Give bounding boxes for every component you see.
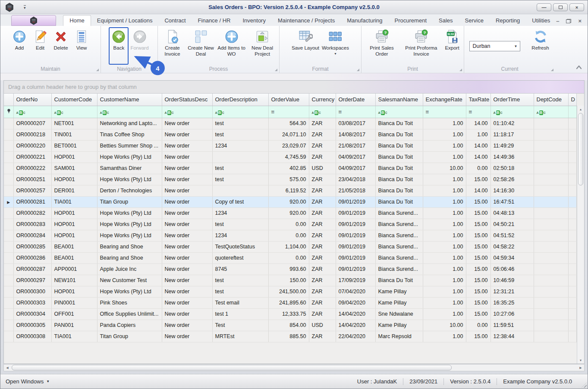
scroll-right-icon[interactable]: ▶ (577, 366, 584, 370)
scroll-up-icon[interactable]: ▲ (577, 106, 584, 113)
table-row-OR0000251[interactable]: OR0000251HOP001Hope Works (Pty) LtdNew o… (4, 174, 577, 185)
vertical-scroll-thumb[interactable] (578, 113, 583, 185)
close-button[interactable]: × (569, 3, 584, 11)
column-header-taxrate[interactable]: TaxRate (466, 94, 491, 106)
filter-pin-icon[interactable] (4, 106, 13, 118)
tab-service[interactable]: Service (459, 16, 490, 26)
print-sales-order-button[interactable]: ?Print Sales Order (363, 27, 400, 65)
filter-cell-currency[interactable]: ABC (309, 106, 336, 118)
column-header-ordervalue[interactable]: OrderValue (268, 94, 309, 106)
tab-procurement[interactable]: Procurement (389, 16, 433, 26)
application-menu-button[interactable] (11, 15, 56, 26)
column-header-customercode[interactable]: CustomerCode (51, 94, 97, 106)
tab-home[interactable]: Home (63, 15, 91, 26)
filter-cell-ordervalue[interactable]: = (268, 106, 309, 118)
table-row-OR0000303[interactable]: OR0000303PIN0001Pink ShoesNew orderTest … (4, 297, 577, 308)
view-button[interactable]: View (72, 27, 91, 65)
column-header-orderdate[interactable]: OrderDate (336, 94, 375, 106)
table-row-OR0000207[interactable]: OR0000207NET001Networking and Lapto...Ne… (4, 118, 577, 129)
filter-cell-d[interactable] (568, 106, 577, 118)
scroll-left-icon[interactable]: ◀ (4, 366, 11, 370)
table-row-OR0000221[interactable]: OR0000221HOP001Hope Works (Pty) LtdNew o… (4, 151, 577, 163)
tab-maintenance-projects[interactable]: Maintenance / Projects (272, 16, 341, 26)
tab-sales[interactable]: Sales (433, 16, 459, 26)
chevron-down-icon[interactable]: ▼ (512, 44, 520, 48)
resize-grip[interactable] (582, 383, 587, 388)
new-deal-project-button[interactable]: New Deal Project (247, 27, 277, 65)
create-invoice-button[interactable]: Create Invoice (160, 27, 185, 65)
dialog-launcher-icon[interactable] (357, 69, 359, 71)
export-button[interactable]: XLSXExport (442, 27, 462, 65)
current-location-select[interactable]: Durban▼ (469, 41, 520, 51)
open-windows-button[interactable]: Open Windows ▼ (6, 378, 50, 385)
column-header-d[interactable]: D (568, 94, 577, 106)
filter-cell-salesmanname[interactable]: ABC (375, 106, 423, 118)
tab-utilities[interactable]: Utilities (526, 16, 556, 26)
column-header-exchangerate[interactable]: ExchangeRate (423, 94, 466, 106)
table-row-OR0000220[interactable]: OR0000220BET0001Betties Summer Shop ...N… (4, 140, 577, 151)
filter-cell-orderdate[interactable]: = (336, 106, 375, 118)
column-header-deptcode[interactable]: DeptCode (534, 94, 568, 106)
dialog-launcher-icon[interactable] (551, 69, 553, 71)
maximize-button[interactable] (553, 3, 568, 11)
quick-access-dropdown-icon[interactable]: ▾ (24, 5, 26, 9)
save-layout-button[interactable]: Save Layout (291, 27, 320, 65)
add-button[interactable]: Add (9, 27, 29, 65)
table-row-OR0000222[interactable]: OR0000222SAM001Samanthas DinerNew ordert… (4, 163, 577, 174)
forward-button[interactable]: Forward (129, 27, 149, 65)
table-row-OR0000300[interactable]: OR0000300HOP001Hope Works (Pty) LtdNew o… (4, 286, 577, 297)
table-row-OR0000287[interactable]: OR0000287APP0001Apple Juice IncNew order… (4, 264, 577, 275)
add-items-to-wo-button[interactable]: Add Items to WO (217, 27, 246, 65)
workspaces-button[interactable]: Workspaces▼ (321, 27, 350, 65)
table-row-OR0000304[interactable]: OR0000304OFF001Office Supplies Unlimit..… (4, 308, 577, 320)
table-row-OR0000286[interactable]: OR0000286BEA001Bearing and ShoeNew order… (4, 252, 577, 264)
tab-contract[interactable]: Contract (158, 16, 192, 26)
filter-cell-ordertime[interactable]: ABC (491, 106, 534, 118)
filter-cell-orderno[interactable]: ABC (13, 106, 51, 118)
horizontal-scroll-thumb[interactable] (12, 365, 452, 370)
column-header-orderstatusdesc[interactable]: OrderStatusDesc (162, 94, 212, 106)
table-row-OR0000218[interactable]: OR0000218TIN001Tinas Coffee ShopNew orde… (4, 129, 577, 140)
filter-cell-customername[interactable]: ABC (97, 106, 162, 118)
column-header-ordertime[interactable]: OrderTime (491, 94, 534, 106)
dialog-launcher-icon[interactable] (275, 69, 277, 71)
column-header-orderno[interactable]: OrderNo (13, 94, 51, 106)
collapse-ribbon-icon[interactable] (575, 64, 582, 69)
group-by-panel[interactable]: Drag a column header here to group by th… (4, 81, 584, 94)
table-row-OR0000282[interactable]: OR0000282HOP001Hope Works (Pty) LtdNew o… (4, 207, 577, 219)
filter-cell-customercode[interactable]: ABC (51, 106, 97, 118)
dialog-launcher-icon[interactable] (96, 69, 99, 71)
table-row-OR0000284[interactable]: OR0000284HOP001Hope Works (Pty) LtdNew o… (4, 230, 577, 241)
tab-reporting[interactable]: Reporting (490, 16, 526, 26)
tab-finance-hr[interactable]: Finance / HR (192, 16, 237, 26)
column-header-customername[interactable]: CustomerName (97, 94, 162, 106)
minimize-button[interactable]: — (537, 3, 551, 11)
print-proforma-invoice-button[interactable]: ?Print Proforma Invoice (401, 27, 441, 65)
table-row-OR0000285[interactable]: OR0000285BEA001Bearing and ShoeNew order… (4, 241, 577, 252)
table-row-OR0000257[interactable]: OR0000257DER001Derton / TechnologiesNew … (4, 185, 577, 196)
tab-manufacturing[interactable]: Manufacturing (341, 16, 388, 26)
refresh-button[interactable]: Refresh (531, 27, 550, 65)
dialog-launcher-icon[interactable] (459, 69, 462, 71)
table-row-OR0000281[interactable]: ▶OR0000281TIA001Titan GroupNew orderCopy… (4, 196, 577, 207)
edit-button[interactable]: Edit (30, 27, 50, 65)
document-restore-icon[interactable] (566, 19, 571, 23)
table-row-OR0000305[interactable]: OR0000305PAN001Panda CopiersNew orderTes… (4, 320, 577, 331)
create-new-deal-button[interactable]: Create New Deal (186, 27, 216, 65)
filter-cell-orderstatusdesc[interactable]: ABC (162, 106, 212, 118)
column-header-currency[interactable]: Currency (309, 94, 336, 106)
table-row-OR0000297[interactable]: OR0000297NEW101New Customer TestNew orde… (4, 275, 577, 286)
tab-inventory[interactable]: Inventory (236, 16, 271, 26)
filter-cell-orderdescription[interactable]: ABC (212, 106, 268, 118)
document-close-icon[interactable]: × (578, 19, 582, 23)
horizontal-scrollbar[interactable]: ◀ ▶ (3, 364, 585, 371)
column-header-salesmanname[interactable]: SalesmanName (375, 94, 423, 106)
vertical-scrollbar[interactable]: ▲ ▼ (577, 106, 584, 364)
column-header-orderdescription[interactable]: OrderDescription (212, 94, 268, 106)
filter-cell-exchangerate[interactable]: = (423, 106, 466, 118)
filter-cell-deptcode[interactable]: ABC (534, 106, 568, 118)
filter-cell-taxrate[interactable]: = (466, 106, 491, 118)
table-row-OR0000283[interactable]: OR0000283HOP001Hope Works (Pty) LtdNew o… (4, 219, 577, 230)
tab-equipment-locations[interactable]: Equipment / Locations (91, 16, 159, 26)
document-minimize-icon[interactable]: – (556, 19, 559, 23)
